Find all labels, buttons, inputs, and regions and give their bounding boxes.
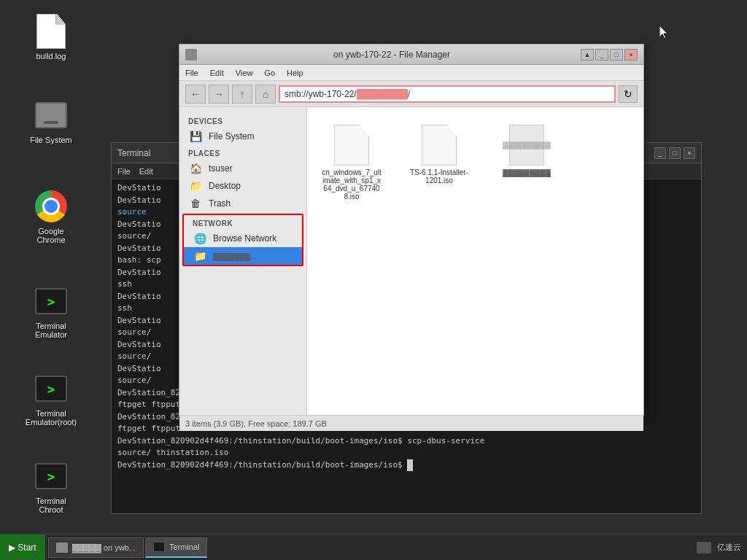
fm-forward-button[interactable]: →	[209, 85, 229, 104]
fm-titlebar-buttons: ▲ _ □ ×	[581, 49, 638, 61]
terminal-maximize-button[interactable]: □	[669, 147, 681, 159]
sidebar-item-file-system[interactable]: 💾 File System	[179, 128, 306, 145]
drive-icon: 💾	[188, 131, 203, 142]
taskbar-fm-icon	[56, 542, 68, 553]
sidebar-item-desktop-label: Desktop	[209, 181, 241, 191]
fm-menu-go[interactable]: Go	[264, 69, 275, 77]
terminal-titlebar-buttons: _ □ ×	[654, 147, 695, 159]
fm-places-header: PLACES	[179, 145, 306, 160]
fm-statusbar: 3 items (3.9 GB), Free space: 189.7 GB	[179, 415, 643, 431]
fm-back-button[interactable]: ←	[185, 85, 206, 104]
sidebar-item-trash-label: Trash	[209, 198, 231, 209]
fm-maximize-button[interactable]: □	[610, 49, 623, 61]
desktop-icon-terminal-emulator[interactable]: Terminal Emulator	[22, 281, 80, 342]
terminal-menu-edit[interactable]: Edit	[139, 167, 153, 176]
fm-menu-edit[interactable]: Edit	[210, 69, 224, 77]
start-label: ▶ Start	[9, 542, 36, 553]
file-manager-window: on ywb-170-22 - File Manager ▲ _ □ × Fil…	[179, 44, 644, 416]
sidebar-item-trash[interactable]: 🗑 Trash	[179, 195, 306, 212]
build-log-label: build.log	[36, 52, 66, 61]
terminal-menu-file[interactable]: File	[117, 167, 131, 176]
tray-cloud-label: 亿速云	[717, 542, 741, 553]
tray-network-icon[interactable]	[697, 542, 711, 553]
taskbar-item-file-manager[interactable]: ▓▓▓▓▓ on ywb...	[48, 537, 144, 558]
terminal-line: DevStation_820902d4f469:/thinstation/bui…	[117, 459, 695, 472]
sidebar-item-browse-network-label: Browse Network	[213, 233, 276, 244]
desktop-icon-chrome[interactable]: Google Chrome	[22, 186, 80, 247]
fm-network-header: NETWORK	[184, 215, 302, 230]
fm-devices-header: DEVICES	[179, 113, 306, 128]
taskbar-items: ▓▓▓▓▓ on ywb... Terminal	[45, 534, 691, 560]
mouse-cursor	[659, 26, 668, 39]
home-icon: 🏠	[188, 163, 203, 174]
terminal-title: Terminal	[117, 148, 150, 158]
terminal-emulator-icon	[34, 284, 69, 319]
terminal-root-icon	[34, 371, 69, 406]
network-section: NETWORK 🌐 Browse Network 📁 ▓▓▓▓▓▓▓...	[182, 214, 303, 266]
fm-status-text: 3 items (3.9 GB), Free space: 189.7 GB	[185, 419, 327, 428]
file-icon-garbled: ▓▓▓▓▓▓▓▓▓▓	[509, 125, 544, 166]
fm-title-icon	[185, 49, 197, 61]
terminal-line: source/ thinstation.iso	[117, 447, 695, 459]
desktop: build.log File System Google Chrome Term…	[0, 0, 747, 560]
file-item-garbled[interactable]: ▓▓▓▓▓▓▓▓▓▓ ▓▓▓▓▓▓▓▓▓	[494, 119, 560, 206]
sidebar-item-desktop[interactable]: 📁 Desktop	[179, 177, 306, 195]
drive-icon	[34, 98, 69, 133]
fm-up-button[interactable]: ▲	[581, 49, 594, 61]
fm-refresh-button[interactable]: ↻	[619, 85, 638, 103]
desktop-icon-file-system[interactable]: File System	[22, 95, 80, 147]
fm-menubar: File Edit View Go Help	[179, 65, 643, 81]
file-item-win7[interactable]: cn_windows_7_ultimate_with_sp1_x64_dvd_u…	[319, 119, 384, 206]
network-folder-icon: 📁	[193, 250, 207, 262]
taskbar: ▶ Start ▓▓▓▓▓ on ywb... Terminal 亿速云	[0, 534, 747, 560]
file-name-ts: TS-6.1.1-Installer-1201.iso	[409, 168, 469, 184]
svg-marker-0	[659, 26, 667, 39]
sidebar-item-file-system-label: File System	[209, 131, 255, 141]
sidebar-item-tsuser[interactable]: 🏠 tsuser	[179, 160, 306, 177]
file-system-label: File System	[30, 136, 71, 144]
file-name-garbled: ▓▓▓▓▓▓▓▓▓	[503, 168, 551, 176]
network-icon: 🌐	[193, 233, 207, 244]
fm-close-button[interactable]: ×	[624, 49, 638, 61]
taskbar-terminal-icon	[153, 542, 165, 552]
taskbar-item-terminal[interactable]: Terminal	[145, 537, 208, 558]
sidebar-item-browse-network[interactable]: 🌐 Browse Network	[184, 230, 302, 247]
terminal-root-label: Terminal Emulator(root)	[25, 409, 77, 427]
sidebar-item-tsuser-label: tsuser	[209, 163, 233, 174]
fm-menu-view[interactable]: View	[236, 69, 253, 77]
fm-address-bar[interactable]: smb://ywb-170-22/▓▓▓▓▓▓▓▓/	[279, 85, 616, 103]
taskbar-tray: 亿速云	[691, 542, 747, 553]
fm-minimize-button[interactable]: _	[595, 49, 608, 61]
terminal-close-button[interactable]: ×	[684, 147, 695, 159]
fm-sidebar: DEVICES 💾 File System PLACES 🏠 tsuser 📁 …	[179, 107, 307, 415]
fm-files-grid: cn_windows_7_ultimate_with_sp1_x64_dvd_u…	[319, 119, 632, 206]
desktop-icon-terminal-chroot[interactable]: Terminal Chroot	[22, 456, 80, 517]
file-icon-ts	[422, 125, 457, 166]
file-name-win7: cn_windows_7_ultimate_with_sp1_x64_dvd_u…	[322, 168, 382, 201]
trash-icon: 🗑	[188, 198, 203, 209]
fm-toolbar: ← → ↑ ⌂ smb://ywb-170-22/▓▓▓▓▓▓▓▓/ ↻	[179, 81, 643, 107]
desktop-icon-build-log[interactable]: build.log	[22, 11, 80, 63]
chrome-label: Google Chrome	[25, 227, 77, 244]
fm-content: cn_windows_7_ultimate_with_sp1_x64_dvd_u…	[307, 107, 643, 415]
terminal-chroot-icon	[34, 459, 69, 494]
terminal-line: DevStation_820902d4f469:/thinstation/bui…	[117, 435, 695, 448]
terminal-emulator-label: Terminal Emulator	[25, 322, 77, 339]
sidebar-item-network-share-label: ▓▓▓▓▓▓▓...	[213, 252, 256, 260]
fm-titlebar: on ywb-170-22 - File Manager ▲ _ □ ×	[179, 44, 643, 65]
sidebar-item-network-share[interactable]: 📁 ▓▓▓▓▓▓▓...	[184, 247, 302, 265]
fm-home-button[interactable]: ⌂	[255, 85, 276, 104]
start-button[interactable]: ▶ Start	[0, 534, 45, 560]
fm-menu-help[interactable]: Help	[287, 69, 303, 77]
terminal-minimize-button[interactable]: _	[654, 147, 666, 159]
desktop-icon-terminal-root[interactable]: Terminal Emulator(root)	[22, 368, 80, 429]
fm-menu-file[interactable]: File	[185, 69, 198, 77]
taskbar-terminal-label: Terminal	[169, 542, 200, 551]
file-item-ts[interactable]: TS-6.1.1-Installer-1201.iso	[406, 119, 472, 206]
fm-title-text: on ywb-170-22 - File Manager	[203, 50, 581, 60]
fm-address-text: smb://ywb-170-22/▓▓▓▓▓▓▓▓/	[285, 89, 410, 99]
chrome-icon	[34, 189, 69, 224]
file-icon-win7	[334, 125, 369, 166]
fm-up-dir-button[interactable]: ↑	[232, 85, 252, 104]
source-text: source	[117, 207, 147, 217]
